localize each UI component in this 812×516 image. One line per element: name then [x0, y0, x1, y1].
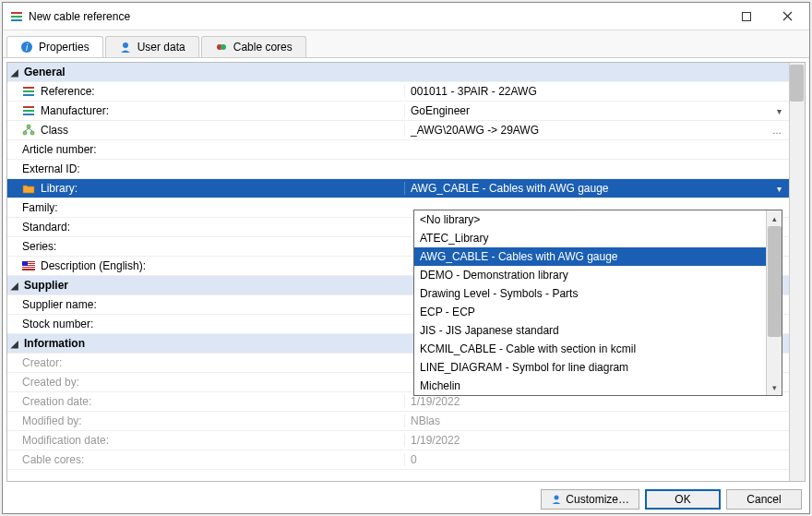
dropdown-item[interactable]: <No library> [414, 210, 766, 229]
tab-label: Properties [39, 41, 90, 54]
field-label: Modification date: [22, 434, 109, 447]
tab-properties[interactable]: i Properties [6, 36, 103, 57]
svg-point-17 [27, 125, 30, 128]
svg-rect-26 [22, 268, 35, 269]
field-value: 1/19/2022 [411, 395, 460, 408]
dropdown-scrollbar[interactable]: ▴ ▾ [766, 210, 782, 395]
row-class[interactable]: Class _AWG\20AWG -> 29AWG… [7, 121, 789, 140]
app-icon [10, 10, 23, 23]
flag-icon [22, 259, 35, 272]
dialog-window: New cable reference i Properties User da… [2, 2, 810, 514]
svg-point-19 [30, 131, 34, 135]
row-manufacturer[interactable]: Manufacturer: GoEngineer▾ [7, 102, 789, 121]
customize-button[interactable]: Customize… [541, 489, 639, 510]
field-label: Description (English): [41, 259, 146, 272]
ok-button[interactable]: OK [645, 489, 721, 510]
dropdown-item[interactable]: KCMIL_CABLE - Cable with section in kcmi… [414, 340, 766, 358]
window-title: New cable reference [29, 10, 726, 23]
scroll-thumb[interactable] [790, 65, 804, 102]
field-label: Creator: [22, 356, 62, 369]
grid-scrollbar[interactable] [789, 63, 805, 481]
close-button[interactable] [767, 4, 807, 30]
user-icon [551, 494, 562, 505]
field-label: Stock number: [22, 318, 93, 330]
row-modified-by: Modified by: NBlas [7, 412, 789, 431]
tab-cable-cores[interactable]: Cable cores [201, 36, 306, 57]
tab-label: Cable cores [233, 41, 293, 54]
button-label: Customize… [566, 493, 629, 506]
dropdown-item[interactable]: DEMO - Demonstration library [414, 266, 766, 284]
group-label: Information [24, 337, 85, 350]
field-value: _AWG\20AWG -> 29AWG [411, 124, 539, 137]
field-label: Manufacturer: [41, 104, 109, 117]
field-label: Reference: [41, 85, 95, 98]
row-cable-cores: Cable cores: 0 [7, 450, 789, 470]
info-icon: i [20, 41, 33, 54]
dropdown-item[interactable]: LINE_DIAGRAM - Symbol for line diagram [414, 358, 766, 377]
field-label: Class [41, 124, 68, 137]
button-label: Cancel [746, 493, 781, 506]
svg-rect-27 [22, 261, 28, 266]
folder-icon [22, 182, 35, 195]
dropdown-item[interactable]: Drawing Level - Symbols - Parts [414, 284, 766, 303]
field-value: AWG_CABLE - Cables with AWG gauge [411, 182, 609, 195]
collapse-icon: ◢ [11, 67, 22, 78]
dropdown-item[interactable]: AWG_CABLE - Cables with AWG gauge [414, 247, 766, 266]
dropdown-item[interactable]: ATEC_Library [414, 229, 766, 247]
tab-strip: i Properties User data Cable cores [3, 30, 809, 58]
field-label: Created by: [22, 376, 79, 389]
chevron-down-icon[interactable]: ▾ [775, 184, 783, 194]
row-article-number[interactable]: Article number: [7, 140, 789, 160]
scroll-up-icon[interactable]: ▴ [767, 210, 782, 226]
ellipsis-button[interactable]: … [770, 126, 783, 136]
dropdown-list: <No library>ATEC_LibraryAWG_CABLE - Cabl… [414, 210, 766, 395]
field-label: Modified by: [22, 414, 82, 427]
row-external-id[interactable]: External ID: [7, 160, 789, 179]
svg-point-18 [23, 131, 27, 135]
field-label: Standard: [22, 221, 70, 234]
scroll-down-icon[interactable]: ▾ [767, 379, 782, 395]
field-label: External ID: [22, 162, 80, 175]
cores-icon [215, 41, 228, 54]
field-value: 001011 - 3PAIR - 22AWG [411, 85, 537, 98]
field-label: Supplier name: [22, 298, 97, 311]
dialog-footer: Customize… OK Cancel [3, 486, 809, 513]
svg-point-8 [123, 42, 128, 48]
property-grid-container: ◢ General Reference: 001011 - 3PAIR - 22… [6, 62, 806, 482]
svg-point-10 [221, 44, 226, 50]
field-label: Family: [22, 201, 58, 214]
cancel-button[interactable]: Cancel [726, 489, 802, 510]
dropdown-item[interactable]: JIS - JIS Japanese standard [414, 321, 766, 340]
chevron-down-icon[interactable]: ▾ [775, 106, 783, 116]
field-label: Series: [22, 240, 56, 253]
class-icon [22, 124, 35, 137]
field-label: Creation date: [22, 395, 91, 408]
svg-line-20 [25, 128, 29, 131]
svg-rect-25 [22, 266, 35, 267]
svg-point-28 [555, 496, 559, 500]
field-value: 0 [411, 453, 417, 466]
group-label: General [24, 66, 66, 78]
field-value: GoEngineer [411, 104, 470, 117]
dropdown-item[interactable]: Michelin [414, 377, 766, 395]
group-general[interactable]: ◢ General [7, 63, 789, 82]
title-bar: New cable reference [3, 3, 809, 30]
collapse-icon: ◢ [11, 281, 22, 291]
field-label: Library: [41, 182, 78, 195]
field-value: NBlas [411, 414, 440, 427]
tab-user-data[interactable]: User data [105, 36, 199, 57]
button-label: OK [675, 493, 690, 506]
list-icon [22, 85, 35, 98]
library-dropdown: <No library>ATEC_LibraryAWG_CABLE - Cabl… [413, 210, 782, 396]
field-label: Cable cores: [22, 453, 84, 466]
row-modification-date: Modification date: 1/19/2022 [7, 431, 789, 450]
dropdown-item[interactable]: ECP - ECP [414, 303, 766, 321]
field-label: Article number: [22, 143, 97, 156]
maximize-button[interactable] [726, 4, 767, 30]
collapse-icon: ◢ [11, 339, 22, 349]
scroll-thumb[interactable] [768, 226, 782, 337]
row-library[interactable]: Library: AWG_CABLE - Cables with AWG gau… [7, 179, 789, 198]
svg-rect-3 [743, 12, 751, 20]
group-label: Supplier [24, 279, 68, 292]
row-reference[interactable]: Reference: 001011 - 3PAIR - 22AWG [7, 82, 789, 102]
